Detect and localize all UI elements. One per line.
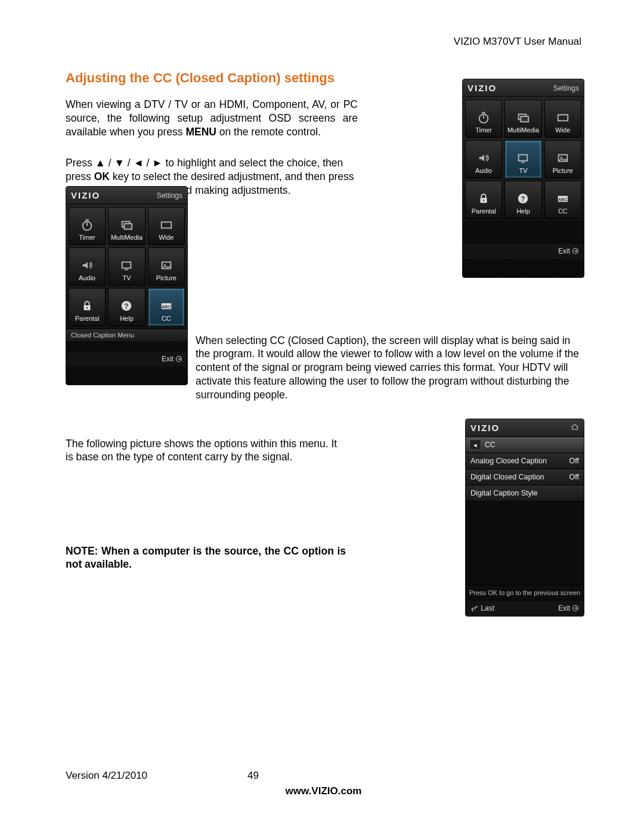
last-label: Last	[481, 604, 494, 612]
tile-label: Picture	[156, 274, 177, 281]
svg-point-6	[561, 157, 562, 159]
tile-label: Timer	[475, 126, 492, 134]
document-header: VIZIO M370VT User Manual	[66, 36, 581, 48]
osd-tile-wide[interactable]: Wide	[148, 207, 185, 245]
tile-label: TV	[122, 274, 131, 281]
osd-subrow: Closed Caption Menu	[66, 329, 187, 341]
website-text: www.VIZIO.com	[66, 785, 581, 797]
tile-label: Timer	[79, 234, 95, 241]
breadcrumb-label: CC	[485, 441, 495, 449]
menu-key-label: MENU	[185, 126, 216, 138]
cc-icon: ABC	[159, 299, 174, 312]
vizio-logo: VIZIO	[71, 190, 100, 200]
exit-icon	[572, 605, 579, 612]
osd-footer: Last Exit	[466, 600, 584, 616]
svg-rect-22	[86, 307, 88, 309]
osd-topbar: VIZIO Settings	[66, 187, 187, 205]
cc-icon: ABC	[555, 192, 571, 205]
page-footer: Version 4/21/2010 49 www.VIZIO.com	[66, 770, 581, 797]
osd-footer: Exit	[463, 243, 584, 259]
svg-point-20	[164, 264, 166, 266]
osd-tile-audio[interactable]: Audio	[465, 140, 502, 178]
svg-rect-17	[162, 222, 172, 228]
osd-tile-timer[interactable]: Timer	[69, 207, 106, 245]
osd-tile-cc[interactable]: ABCCC	[544, 181, 581, 219]
tile-label: Wide	[159, 234, 174, 241]
osd-tile-help[interactable]: ?Help	[108, 288, 145, 326]
osd-cc-menu-panel: VIZIO ◂ CC Analog Closed CaptionOffDigit…	[465, 419, 584, 617]
osd-tile-parental[interactable]: Parental	[69, 288, 106, 326]
cc-option-value: Off	[569, 457, 579, 465]
paragraph-cc-description: When selecting CC (Closed Caption), the …	[196, 334, 584, 402]
osd-tile-multimedia[interactable]: MultiMedia	[108, 207, 145, 245]
page-number: 49	[247, 770, 259, 782]
cc-option-list: Analog Closed CaptionOffDigital Closed C…	[466, 453, 584, 501]
osd-footer: Exit	[66, 351, 187, 367]
help-icon: ?	[119, 299, 134, 312]
back-icon	[470, 605, 479, 611]
osd-settings-panel-2: VIZIO Settings TimerMultiMediaWideAudioT…	[66, 186, 188, 385]
osd-tile-wide[interactable]: Wide	[544, 100, 581, 138]
osd-topbar: VIZIO Settings	[463, 79, 584, 97]
home-icon[interactable]	[571, 423, 579, 432]
tv-icon	[119, 259, 134, 272]
exit-label: Exit	[162, 355, 174, 363]
tile-label: Picture	[553, 167, 573, 174]
osd-tile-cc[interactable]: ABCCC	[148, 288, 185, 326]
tile-label: MultiMedia	[111, 234, 143, 241]
exit-button[interactable]: Exit	[558, 247, 579, 255]
exit-button[interactable]: Exit	[558, 604, 579, 612]
osd-tile-timer[interactable]: Timer	[465, 100, 502, 138]
cc-option-row[interactable]: Analog Closed CaptionOff	[466, 453, 584, 469]
exit-icon	[572, 247, 579, 255]
vizio-logo: VIZIO	[467, 83, 497, 93]
tile-label: Wide	[555, 126, 570, 134]
osd-grid: TimerMultiMediaWideAudioTVPictureParenta…	[66, 205, 187, 329]
svg-rect-8	[483, 200, 484, 202]
help-icon: ?	[515, 192, 531, 205]
tile-label: Parental	[472, 208, 496, 215]
tv-icon	[515, 151, 531, 165]
exit-label: Exit	[558, 247, 570, 255]
exit-label: Exit	[558, 604, 570, 612]
parental-icon	[476, 192, 491, 205]
svg-rect-2	[521, 116, 529, 122]
svg-rect-18	[122, 262, 131, 268]
version-text: Version 4/21/2010	[66, 770, 247, 782]
cc-option-value: Off	[569, 473, 579, 481]
audio-icon	[79, 259, 95, 272]
tile-label: TV	[519, 167, 527, 174]
wide-icon	[159, 218, 174, 231]
osd-tile-tv[interactable]: TV	[108, 247, 145, 286]
paragraph-menu-options: The following picture shows the options …	[66, 437, 346, 465]
text: on the remote control.	[216, 126, 321, 138]
back-arrow-icon: ◂	[469, 439, 481, 450]
osd-settings-panel-1: VIZIO Settings TimerMultiMediaWideAudioT…	[462, 79, 584, 278]
audio-icon	[476, 151, 491, 165]
cc-breadcrumb[interactable]: ◂ CC	[466, 437, 584, 453]
osd-tile-picture[interactable]: Picture	[148, 247, 185, 286]
ok-key-label: OK	[94, 171, 110, 182]
exit-button[interactable]: Exit	[162, 355, 182, 363]
picture-icon	[159, 259, 174, 272]
tile-label: Audio	[79, 274, 95, 281]
osd-tile-multimedia[interactable]: MultiMedia	[504, 100, 541, 138]
cc-option-row[interactable]: Digital Caption Style	[466, 485, 584, 501]
svg-rect-16	[125, 224, 132, 229]
osd-tile-audio[interactable]: Audio	[69, 247, 106, 286]
osd-tile-parental[interactable]: Parental	[465, 181, 502, 219]
osd-tile-picture[interactable]: Picture	[544, 140, 581, 178]
osd-tile-help[interactable]: ?Help	[504, 181, 541, 219]
multimedia-icon	[515, 111, 531, 124]
last-button[interactable]: Last	[470, 604, 494, 612]
picture-icon	[555, 151, 571, 165]
tile-label: CC	[558, 208, 568, 215]
osd-title: Settings	[553, 84, 579, 92]
exit-icon	[175, 355, 182, 363]
timer-icon	[476, 111, 491, 124]
tile-label: CC	[162, 315, 171, 322]
cc-option-row[interactable]: Digital Closed CaptionOff	[466, 469, 584, 485]
manual-page: VIZIO M370VT User Manual Adjusting the C…	[0, 0, 644, 833]
cc-hint-text: Press OK to go to the previous screen	[466, 585, 584, 600]
osd-tile-tv[interactable]: TV	[504, 140, 541, 178]
